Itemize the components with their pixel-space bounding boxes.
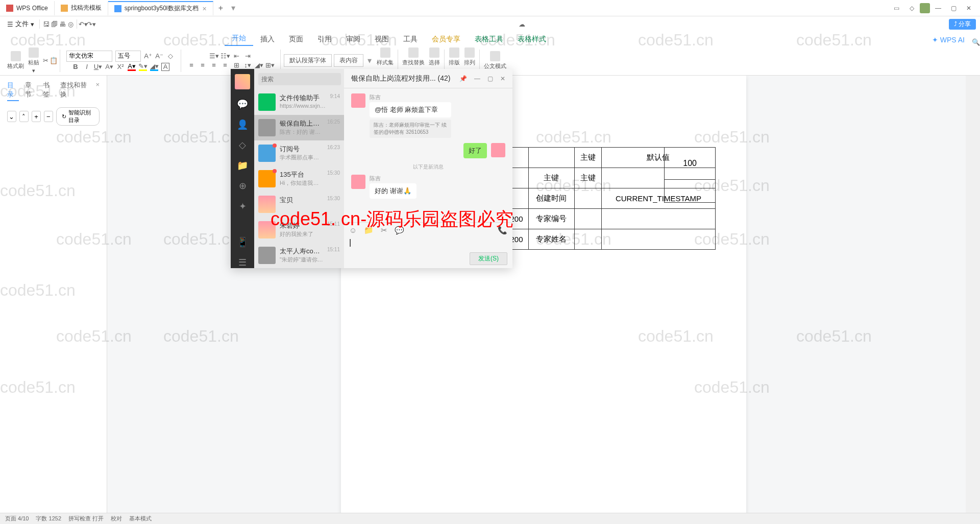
tab-template[interactable]: 找稿壳模板 [55, 1, 108, 15]
ribbon-page[interactable]: 页面 [282, 33, 310, 46]
ribbon-ref[interactable]: 引用 [310, 33, 339, 46]
shading-icon[interactable]: ◢▾ [255, 61, 263, 69]
char-border-icon[interactable]: A [161, 63, 169, 71]
status-mode[interactable]: 基本模式 [129, 515, 152, 522]
close-icon[interactable]: ✕ [962, 2, 976, 14]
tab-wps[interactable]: WPS Office [0, 1, 55, 15]
ribbon-review[interactable]: 审阅 [339, 33, 368, 46]
scissors-icon[interactable]: ✂ [381, 226, 387, 235]
status-proof[interactable]: 校对 [111, 515, 122, 522]
border-icon[interactable]: ⊞▾ [266, 61, 274, 69]
status-page[interactable]: 页面 4/10 [5, 515, 29, 522]
wechat-search-input[interactable] [258, 73, 341, 85]
bold-icon[interactable]: B [71, 63, 80, 71]
ribbon-vip[interactable]: 会员专享 [425, 33, 468, 46]
doc-mode-button[interactable]: 公文模式 [482, 50, 508, 71]
plus-icon[interactable]: + [32, 111, 41, 122]
cloud-icon[interactable]: ☁ [519, 20, 525, 28]
menu-button[interactable]: ☰ 文件 ▾ [4, 19, 37, 29]
ribbon-table-tools[interactable]: 表格工具 [468, 33, 510, 46]
export-icon[interactable]: ◎ [66, 20, 75, 28]
wechat-messages[interactable]: 陈吉@悟 老师 麻烦盖下章陈吉：老师麻烦用印审批一下 续签的@钟德有 32610… [344, 88, 512, 222]
line-spacing-icon[interactable]: ↕▾ [243, 61, 252, 69]
minus-icon[interactable]: − [44, 111, 53, 122]
phone-icon[interactable]: 📱 [237, 236, 248, 248]
sidebar-tab-toc[interactable]: 目录 [7, 81, 19, 101]
sidebar-tab-bookmark[interactable]: 书签 [43, 81, 55, 101]
avatar-icon[interactable] [920, 3, 930, 13]
menu-icon[interactable]: ☰ [237, 257, 248, 268]
font-select[interactable] [66, 51, 112, 62]
wechat-list-item[interactable]: 太平人寿coding..."朱碧婷"邀请你加入了群...15:11 [254, 243, 344, 268]
pin-icon[interactable]: 📌 [459, 75, 467, 82]
print-icon[interactable]: 🗐 [50, 20, 58, 28]
tab-doc[interactable]: springboot3y50l数据库文档× [108, 1, 213, 15]
wechat-list-item[interactable]: 文件传输助手https://www.sxjnkj.cn/...9:14 [254, 89, 344, 115]
icon-cube[interactable]: ◇ [904, 2, 919, 14]
underline-icon[interactable]: U▾ [94, 63, 102, 71]
wechat-list-item[interactable]: 朱碧婷好的我捡来了15:11 [254, 217, 344, 243]
italic-icon[interactable]: I [83, 63, 91, 71]
format-brush[interactable]: 格式刷 [5, 50, 26, 71]
wechat-list-item[interactable]: 银保自助上岗流...陈吉：好的 谢谢🙏16:25 [254, 115, 344, 140]
contacts-icon[interactable]: 👤 [237, 119, 248, 130]
history-icon[interactable]: 💬 [395, 226, 404, 235]
shrink-font-icon[interactable]: A⁻ [155, 52, 163, 60]
files-icon[interactable]: 📁 [237, 160, 248, 171]
font-color-icon[interactable]: A▾ [128, 63, 136, 71]
super-icon[interactable]: X² [116, 63, 125, 71]
mini-icon[interactable]: ✦ [237, 201, 248, 212]
justify-icon[interactable]: ≡ [221, 61, 229, 69]
cut-icon[interactable]: ✂ [41, 57, 50, 65]
icon-grid[interactable]: ▭ [889, 2, 903, 14]
max-icon[interactable]: ▢ [487, 75, 493, 82]
tab-add[interactable]: + [213, 4, 228, 13]
close-icon[interactable]: ✕ [500, 75, 505, 82]
call-icon[interactable]: 📞 [498, 226, 507, 235]
auto-toc-button[interactable]: ↻ 智能识别目录 [56, 107, 100, 126]
dist-icon[interactable]: ⊞ [232, 61, 240, 69]
redo-icon[interactable]: ↷▾ [87, 20, 95, 28]
maximize-icon[interactable]: ▢ [946, 2, 961, 14]
ribbon-table-style[interactable]: 表格样式 [510, 33, 553, 46]
wechat-list-item[interactable]: 135平台Hi，你知道我在等 门...15:30 [254, 166, 344, 192]
align-left-icon[interactable]: ≡ [187, 61, 195, 69]
paste-button[interactable]: 粘贴▾ [26, 46, 41, 75]
ribbon-insert[interactable]: 插入 [253, 33, 282, 46]
numbering-icon[interactable]: ☷▾ [221, 52, 229, 60]
send-button[interactable]: 发送(S) [470, 252, 507, 265]
ribbon-start[interactable]: 开始 [225, 32, 253, 46]
grow-font-icon[interactable]: A⁺ [144, 52, 152, 60]
min-icon[interactable]: — [474, 75, 480, 82]
collapse-icon[interactable]: ⌄ [7, 111, 16, 122]
wps-ai-button[interactable]: ✦ WPS AI [925, 34, 972, 46]
wechat-list-item[interactable]: 订阅号学术圈那点事儿 重磅发...16:23 [254, 140, 344, 166]
sidebar-tab-chapter[interactable]: 章节 [25, 81, 37, 101]
copy-icon[interactable]: 📋 [50, 57, 58, 65]
minimize-icon[interactable]: — [931, 2, 945, 14]
wechat-avatar[interactable] [235, 74, 250, 89]
strike-icon[interactable]: A▾ [105, 63, 113, 71]
moments-icon[interactable]: ⊕ [237, 180, 248, 192]
wechat-list-item[interactable]: 宝贝15:30 [254, 192, 344, 217]
share-button[interactable]: ⤴ 分享 [949, 19, 976, 30]
indent-icon[interactable]: ⇥ [243, 52, 252, 60]
align-right-icon[interactable]: ≡ [210, 61, 218, 69]
emoji-icon[interactable]: ☺ [349, 226, 357, 235]
highlight-icon[interactable]: ✎▾ [139, 63, 147, 71]
ribbon-tools[interactable]: 工具 [396, 33, 425, 46]
undo-icon[interactable]: ↶▾ [79, 20, 87, 28]
ribbon-view[interactable]: 视图 [368, 33, 396, 46]
search-icon[interactable]: 🔍 [972, 38, 980, 46]
size-select[interactable] [115, 51, 141, 62]
file-icon[interactable]: 📁 [364, 226, 374, 235]
up-icon[interactable]: ˄ [19, 111, 29, 122]
style-table-content[interactable]: 表内容 [334, 54, 363, 67]
wechat-textarea[interactable]: | [349, 238, 507, 252]
preview-icon[interactable]: 🖶 [58, 20, 66, 28]
chat-icon[interactable]: 💬 [237, 99, 248, 110]
close-icon[interactable]: × [203, 5, 207, 13]
favorites-icon[interactable]: ◇ [237, 139, 248, 151]
bullets-icon[interactable]: ☰▾ [210, 52, 218, 60]
clear-format-icon[interactable]: ◇ [166, 52, 175, 60]
